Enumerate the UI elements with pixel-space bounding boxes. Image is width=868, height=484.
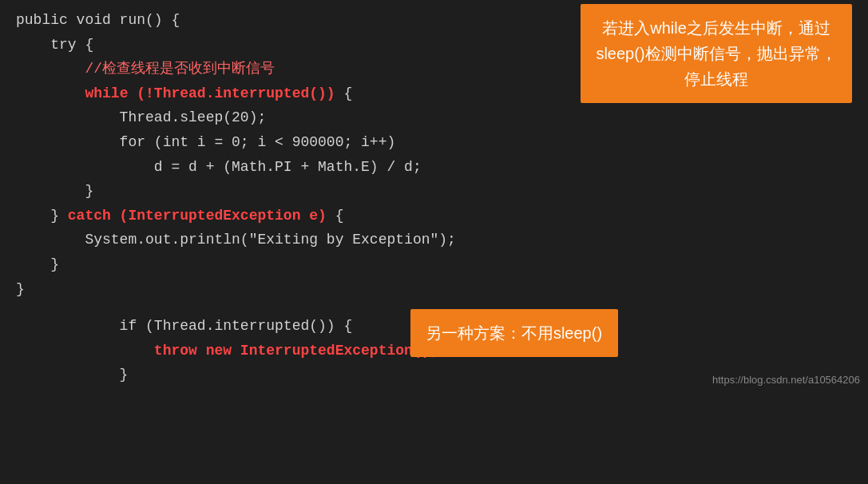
tooltip-bottom: 另一种方案：不用sleep() xyxy=(410,309,618,357)
watermark: https://blog.csdn.net/a10564206 xyxy=(712,371,860,389)
keyword-catch: catch (InterruptedException e) xyxy=(68,208,327,224)
code-line-8: } xyxy=(16,179,852,204)
code-line-9: } catch (InterruptedException e) { xyxy=(16,204,852,228)
code-area: 若进入while之后发生中断，通过sleep()检测中断信号，抛出异常，停止线程… xyxy=(0,0,868,395)
code-line-10: System.out.println("Exiting by Exception… xyxy=(16,228,852,252)
code-line-7: d = d + (Math.PI + Math.E) / d; xyxy=(16,155,852,180)
keyword-while: while (!Thread.interrupted()) xyxy=(85,85,335,101)
tooltip-top: 若进入while之后发生中断，通过sleep()检测中断信号，抛出异常，停止线程 xyxy=(581,4,852,103)
code-line-6: for (int i = 0; i < 900000; i++) xyxy=(16,130,852,155)
code-line-5: Thread.sleep(20); xyxy=(16,105,852,130)
code-line-12: } xyxy=(16,277,852,302)
code-line-11: } xyxy=(16,252,852,277)
